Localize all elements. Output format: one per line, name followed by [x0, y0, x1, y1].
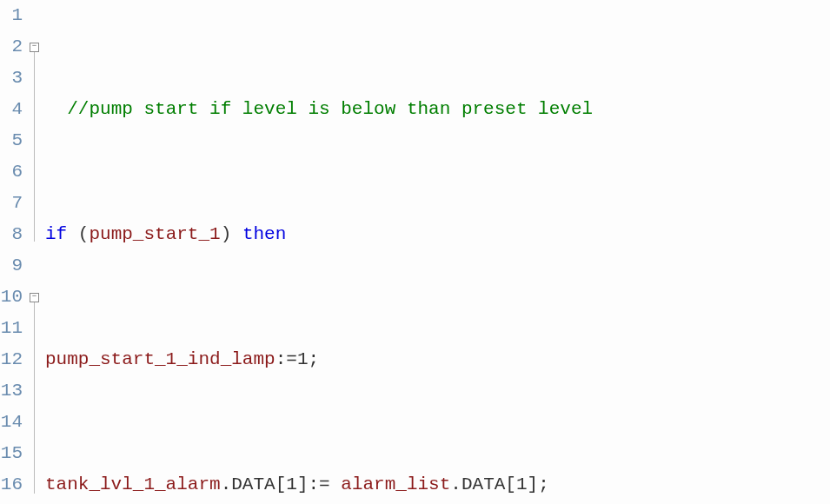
- line-number: 4: [0, 94, 23, 125]
- line-number: 6: [0, 156, 23, 188]
- punct-token: ;: [308, 349, 319, 369]
- punct-token: ];: [528, 474, 549, 494]
- line-number: 14: [0, 407, 23, 438]
- punct-token: :=: [276, 349, 297, 369]
- fold-guide-line: [34, 302, 35, 494]
- comment-token: //pump start if level is below than pres…: [45, 99, 593, 119]
- line-number: 16: [0, 469, 23, 501]
- fold-gutter: [28, 0, 45, 504]
- code-line[interactable]: //pump start if level is below than pres…: [45, 94, 830, 125]
- fold-collapse-icon[interactable]: [30, 293, 39, 302]
- number-token: 1: [286, 474, 297, 494]
- number-token: 1: [516, 474, 528, 494]
- punct-token: .DATA[: [450, 474, 516, 494]
- code-line[interactable]: tank_lvl_1_alarm.DATA[1]:= alarm_list.DA…: [45, 469, 830, 501]
- line-number: 12: [0, 344, 23, 375]
- line-number: 10: [0, 282, 23, 313]
- code-editor[interactable]: 1 2 3 4 5 6 7 8 9 10 11 12 13 14 15 16 /…: [0, 0, 830, 504]
- fold-collapse-icon[interactable]: [30, 43, 39, 52]
- punct-token: (: [67, 224, 89, 244]
- line-number: 11: [0, 313, 23, 344]
- line-number: 15: [0, 438, 23, 469]
- keyword-token: if: [45, 224, 67, 244]
- identifier-token: alarm_list: [341, 474, 450, 494]
- punct-token: ): [221, 224, 242, 244]
- punct-token: ]:=: [297, 474, 341, 494]
- code-area[interactable]: //pump start if level is below than pres…: [45, 0, 830, 504]
- line-number: 7: [0, 188, 23, 219]
- line-number: 13: [0, 375, 23, 407]
- identifier-token: tank_lvl_1_alarm: [45, 474, 221, 494]
- identifier-token: pump_start_1: [89, 224, 220, 244]
- line-number: 2: [0, 31, 23, 63]
- line-number: 9: [0, 250, 23, 282]
- punct-token: .DATA[: [221, 474, 287, 494]
- fold-guide-line: [34, 52, 35, 242]
- number-token: 1: [297, 349, 309, 369]
- keyword-token: then: [242, 224, 286, 244]
- line-number: 1: [0, 0, 23, 31]
- line-number-gutter: 1 2 3 4 5 6 7 8 9 10 11 12 13 14 15 16: [0, 0, 28, 504]
- line-number: 5: [0, 125, 23, 156]
- line-number: 8: [0, 219, 23, 250]
- identifier-token: pump_start_1_ind_lamp: [45, 349, 276, 369]
- line-number: 3: [0, 63, 23, 94]
- code-line[interactable]: pump_start_1_ind_lamp:=1;: [45, 344, 830, 375]
- code-line[interactable]: if (pump_start_1) then: [45, 219, 830, 250]
